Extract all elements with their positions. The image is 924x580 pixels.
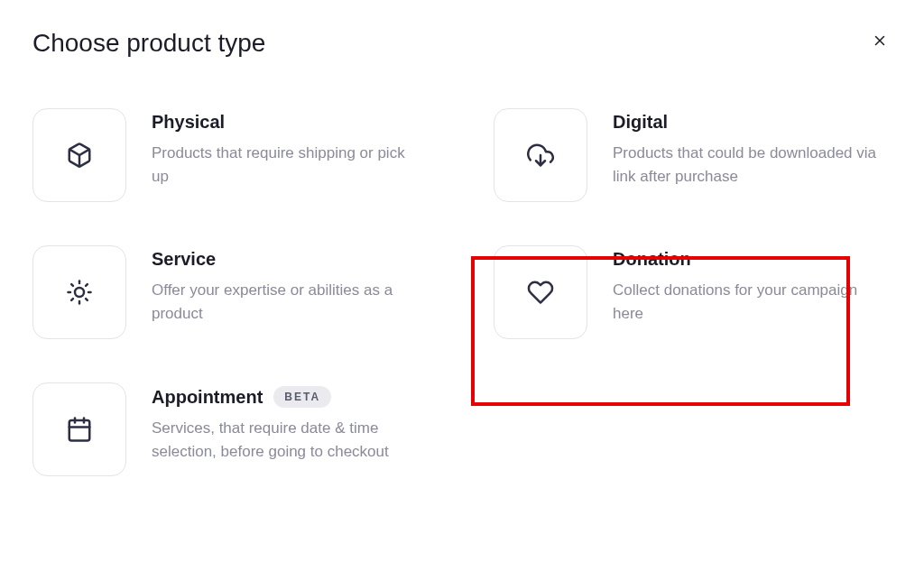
option-description: Products that could be downloaded via li… <box>613 142 883 189</box>
package-icon <box>66 142 93 169</box>
close-icon <box>872 32 888 49</box>
option-text: Service Offer your expertise or abilitie… <box>152 245 422 327</box>
option-icon-box <box>32 382 126 476</box>
option-icon-box <box>32 245 126 339</box>
svg-line-6 <box>71 284 73 286</box>
option-service[interactable]: Service Offer your expertise or abilitie… <box>32 245 430 339</box>
option-physical[interactable]: Physical Products that require shipping … <box>32 108 430 202</box>
option-title: Appointment BETA <box>152 386 422 408</box>
option-title: Physical <box>152 112 422 133</box>
option-text: Donation Collect donations for your camp… <box>613 245 883 327</box>
close-button[interactable] <box>868 29 892 55</box>
option-title-text: Appointment <box>152 387 263 408</box>
option-title-text: Digital <box>613 112 668 133</box>
option-description: Collect donations for your campaign here <box>613 279 883 327</box>
svg-line-11 <box>86 284 88 286</box>
product-type-grid: Physical Products that require shipping … <box>32 108 892 476</box>
option-title-text: Physical <box>152 112 225 133</box>
svg-rect-12 <box>69 420 90 441</box>
option-text: Appointment BETA Services, that require … <box>152 382 422 465</box>
beta-badge: BETA <box>273 386 331 408</box>
option-donation[interactable]: Donation Collect donations for your camp… <box>494 245 892 339</box>
option-icon-box <box>494 108 587 202</box>
svg-point-3 <box>75 288 84 297</box>
option-description: Services, that require date & time selec… <box>152 417 422 465</box>
svg-line-10 <box>71 299 73 300</box>
option-icon-box <box>32 108 126 202</box>
option-title: Digital <box>613 112 883 133</box>
option-description: Offer your expertise or abilities as a p… <box>152 279 422 327</box>
option-text: Physical Products that require shipping … <box>152 108 422 189</box>
option-title-text: Service <box>152 249 216 270</box>
heart-icon <box>527 279 554 306</box>
option-digital[interactable]: Digital Products that could be downloade… <box>494 108 892 202</box>
sun-icon <box>66 279 93 306</box>
cloud-download-icon <box>527 142 554 169</box>
svg-line-7 <box>86 299 88 300</box>
option-title: Service <box>152 249 422 270</box>
dialog-header: Choose product type <box>32 29 892 58</box>
calendar-icon <box>66 416 93 443</box>
option-appointment[interactable]: Appointment BETA Services, that require … <box>32 382 430 476</box>
option-text: Digital Products that could be downloade… <box>613 108 883 189</box>
option-title-text: Donation <box>613 249 691 270</box>
option-icon-box <box>494 245 587 339</box>
dialog-title: Choose product type <box>32 29 265 58</box>
option-title: Donation <box>613 249 883 270</box>
option-description: Products that require shipping or pick u… <box>152 142 422 189</box>
